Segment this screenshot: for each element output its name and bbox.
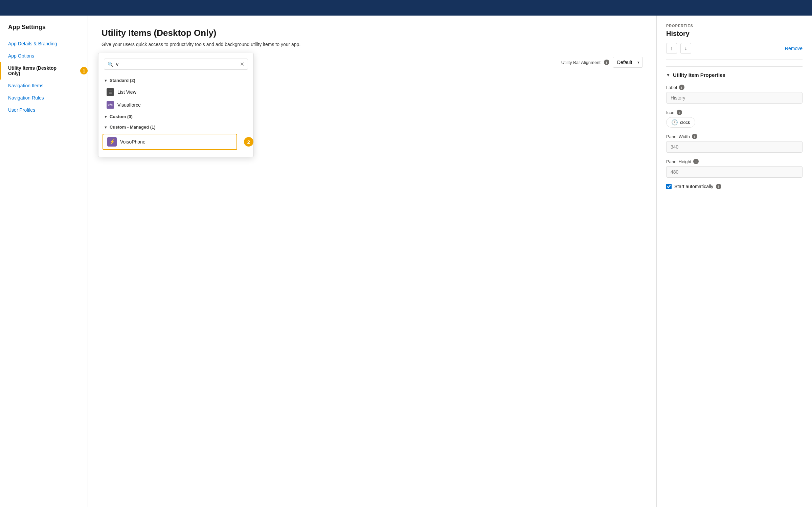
top-bar bbox=[0, 0, 812, 16]
step-badge-2: 2 bbox=[244, 137, 253, 147]
alignment-select[interactable]: Default bbox=[613, 57, 643, 68]
panel-height-field-label: Panel Height i bbox=[666, 159, 803, 164]
start-automatically-checkbox-row: Start automatically i bbox=[666, 184, 803, 189]
search-icon: 🔍 bbox=[108, 62, 113, 67]
utility-item-properties-label: Utility Item Properties bbox=[673, 72, 725, 78]
visualforce-label: Visualforce bbox=[117, 102, 141, 108]
label-field-row: Label i bbox=[666, 85, 803, 104]
sidebar-item-app-options[interactable]: App Options bbox=[0, 50, 88, 62]
list-item-voiso-phone[interactable]: ⚡ VoisoPhone bbox=[103, 134, 237, 150]
list-item-visualforce[interactable]: </> Visualforce bbox=[98, 98, 253, 111]
voiso-phone-label: VoisoPhone bbox=[120, 139, 145, 145]
panel-height-field-row: Panel Height i bbox=[666, 159, 803, 178]
page-description: Give your users quick access to producti… bbox=[102, 42, 643, 47]
panel-width-input[interactable] bbox=[666, 141, 803, 153]
sidebar-item-user-profiles[interactable]: User Profiles bbox=[0, 104, 88, 116]
add-utility-dropdown: 🔍 ✕ ▼ Standard (2) ☰ List View </> Visua… bbox=[98, 53, 254, 157]
panel-width-field-label: Panel Width i bbox=[666, 134, 803, 139]
chevron-standard: ▼ bbox=[104, 79, 108, 83]
properties-panel: PROPERTIES History ↑ ↓ Remove ▼ Utility … bbox=[656, 16, 812, 507]
chevron-utility-properties: ▼ bbox=[666, 73, 670, 78]
section-header-custom[interactable]: ▼ Custom (0) bbox=[98, 111, 253, 122]
page-title: Utility Items (Desktop Only) bbox=[102, 28, 643, 38]
clear-icon[interactable]: ✕ bbox=[240, 61, 244, 67]
utility-item-properties-toggle[interactable]: ▼ Utility Item Properties bbox=[666, 72, 803, 78]
sidebar-item-navigation-rules[interactable]: Navigation Rules bbox=[0, 92, 88, 104]
visualforce-icon: </> bbox=[107, 101, 114, 109]
label-info-icon[interactable]: i bbox=[679, 85, 684, 90]
chevron-custom-managed: ▼ bbox=[104, 125, 108, 129]
sidebar-item-navigation-items[interactable]: Navigation Items bbox=[0, 80, 88, 92]
icon-value-label: clock bbox=[680, 120, 690, 125]
icon-pill[interactable]: 🕐 clock bbox=[666, 117, 695, 128]
alignment-select-wrapper: Default bbox=[613, 57, 643, 68]
properties-title: History bbox=[666, 30, 803, 38]
clock-icon: 🕐 bbox=[671, 119, 678, 126]
properties-toolbar: ↑ ↓ Remove bbox=[666, 43, 803, 60]
sidebar-item-utility-items[interactable]: Utility Items (Desktop Only) bbox=[0, 62, 77, 80]
move-down-button[interactable]: ↓ bbox=[680, 43, 691, 54]
search-input[interactable] bbox=[116, 62, 237, 67]
main-layout: App Settings App Details & Branding App … bbox=[0, 16, 812, 507]
list-view-icon: ☰ bbox=[107, 88, 114, 96]
voiso-phone-row-wrapper: ⚡ VoisoPhone 2 bbox=[98, 132, 253, 151]
icon-field-label: Icon i bbox=[666, 110, 803, 115]
label-input[interactable] bbox=[666, 92, 803, 104]
properties-section-label: PROPERTIES bbox=[666, 24, 803, 28]
start-automatically-row: Start automatically i bbox=[666, 184, 803, 189]
divider-1 bbox=[666, 66, 803, 67]
utility-bar-alignment-group: Utility Bar Alignment i Default bbox=[561, 57, 643, 68]
start-automatically-info-icon[interactable]: i bbox=[716, 184, 721, 189]
icon-info-icon[interactable]: i bbox=[677, 110, 682, 115]
label-field-label: Label i bbox=[666, 85, 803, 90]
sidebar: App Settings App Details & Branding App … bbox=[0, 16, 88, 507]
icon-field-row: Icon i 🕐 clock bbox=[666, 110, 803, 128]
search-box: 🔍 ✕ bbox=[104, 59, 248, 70]
panel-height-info-icon[interactable]: i bbox=[693, 159, 699, 164]
search-row: 🔍 ✕ bbox=[98, 59, 253, 75]
start-automatically-label: Start automatically bbox=[674, 184, 713, 189]
panel-width-field-row: Panel Width i bbox=[666, 134, 803, 153]
section-label-custom: Custom (0) bbox=[110, 114, 133, 119]
panel-width-info-icon[interactable]: i bbox=[692, 134, 697, 139]
panel-height-input[interactable] bbox=[666, 166, 803, 178]
remove-button[interactable]: Remove bbox=[785, 46, 803, 51]
section-label-standard: Standard (2) bbox=[110, 78, 135, 83]
utility-bar-alignment-label: Utility Bar Alignment bbox=[561, 60, 601, 65]
sidebar-title: App Settings bbox=[0, 24, 88, 38]
sidebar-badge: 1 bbox=[80, 67, 88, 74]
sidebar-active-wrapper: Utility Items (Desktop Only) 1 bbox=[0, 62, 88, 80]
sidebar-item-app-details[interactable]: App Details & Branding bbox=[0, 38, 88, 50]
voiso-phone-icon: ⚡ bbox=[107, 137, 117, 147]
section-label-custom-managed: Custom - Managed (1) bbox=[110, 125, 156, 130]
section-header-custom-managed[interactable]: ▼ Custom - Managed (1) bbox=[98, 122, 253, 132]
main-content: Utility Items (Desktop Only) Give your u… bbox=[88, 16, 656, 507]
utility-bar-alignment-info-icon[interactable]: i bbox=[604, 60, 609, 65]
chevron-custom: ▼ bbox=[104, 115, 108, 119]
move-up-button[interactable]: ↑ bbox=[666, 43, 677, 54]
list-item-list-view[interactable]: ☰ List View bbox=[98, 86, 253, 98]
list-view-label: List View bbox=[117, 89, 136, 95]
start-automatically-checkbox[interactable] bbox=[666, 184, 672, 189]
section-header-standard[interactable]: ▼ Standard (2) bbox=[98, 75, 253, 86]
